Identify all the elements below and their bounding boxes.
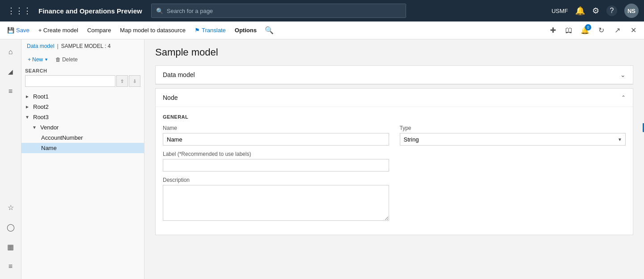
refresh-button[interactable]: ↻ [594, 23, 608, 38]
search-label: SEARCH [25, 68, 140, 73]
refresh-icon: ↻ [598, 26, 604, 34]
description-input[interactable] [163, 185, 389, 221]
help-icon[interactable]: ? [606, 5, 617, 16]
sidebar-item-table[interactable]: ▦ [2, 238, 20, 256]
compare-button[interactable]: Compare [84, 25, 114, 35]
expand-icon: ↗ [614, 26, 620, 34]
notification-icon[interactable]: 🔔 [575, 6, 585, 16]
trash-icon: 🗑 [55, 56, 61, 63]
tree-node-root1[interactable]: ► Root1 [21, 91, 144, 102]
tree-nodes: ► Root1 ► Root2 ▼ Root3 ▼ Vendor Accoun [21, 90, 144, 279]
save-icon: 💾 [7, 27, 14, 34]
chevron-down-icon: ⌄ [620, 71, 626, 78]
search-placeholder: Search for a page [167, 8, 213, 14]
data-model-accordion-header[interactable]: Data model ⌄ [156, 66, 633, 84]
tree-node-accountnumber[interactable]: AccountNumber [21, 133, 144, 143]
arrow-right-icon: ► [25, 104, 31, 109]
arrow-down-icon: ▼ [25, 115, 31, 120]
type-label: Type [400, 125, 626, 131]
page-title: Sample model [155, 47, 633, 58]
app-title: Finance and Operations Preview [38, 7, 142, 15]
avatar[interactable]: NS [624, 4, 639, 18]
node-section-header[interactable]: Node ⌃ [156, 89, 633, 107]
general-label: GENERAL [163, 114, 626, 120]
node-section-body: GENERAL Name Label (*Recommended to use … [156, 107, 633, 235]
puzzle-icon: ✚ [550, 26, 556, 34]
tree-search-row: ⇧ ⇩ [25, 75, 140, 87]
search-icon: 🔍 [265, 26, 274, 34]
plus-icon: + [28, 56, 31, 63]
notification-badge-button[interactable]: 🔔 0 [578, 23, 592, 38]
translate-button[interactable]: ⚑ Translate [191, 25, 229, 35]
name-input[interactable] [163, 133, 389, 146]
node-section: Node ⌃ GENERAL Name Label (*Recommended … [155, 88, 633, 235]
data-model-section-label: Data model [163, 71, 195, 78]
tree-node-name[interactable]: Name [21, 143, 144, 153]
search-up-button[interactable]: ⇧ [116, 75, 128, 87]
search-icon: 🔍 [156, 8, 163, 14]
content-area: Sample model Data model ⌄ Node ⌃ GENERAL [144, 39, 644, 279]
puzzle-icon-button[interactable]: ✚ [546, 23, 560, 38]
sidebar-item-clock[interactable]: ◯ [2, 218, 20, 236]
node-section-label: Node [163, 94, 178, 101]
tree-node-vendor[interactable]: ▼ Vendor [21, 122, 144, 133]
sidebar-item-list[interactable]: ≡ [2, 258, 20, 275]
label-form-group: Label (*Recommended to use labels) [163, 151, 389, 172]
name-label: Name [163, 125, 389, 131]
type-form-group: Type String Integer Real Date Boolean Co… [400, 125, 626, 146]
create-model-button[interactable]: + Create model [35, 25, 82, 35]
label-field-label: Label (*Recommended to use labels) [163, 151, 389, 157]
sidebar-item-star[interactable]: ☆ [2, 198, 20, 216]
tree-toolbar: + New ▼ 🗑 Delete [21, 53, 144, 66]
global-search[interactable]: 🔍 Search for a page [151, 4, 406, 18]
expand-button[interactable]: ↗ [610, 23, 624, 38]
data-model-accordion: Data model ⌄ [155, 65, 633, 85]
close-icon: ✕ [631, 26, 636, 34]
type-select[interactable]: String Integer Real Date Boolean Contain… [400, 133, 626, 146]
icon-sidebar: ⌂ ◢ ≡ ☆ ◯ ▦ ≡ [0, 39, 21, 279]
search-down-button[interactable]: ⇩ [129, 75, 140, 87]
description-form-group: Description [163, 177, 389, 222]
type-select-wrapper: String Integer Real Date Boolean Contain… [400, 133, 626, 146]
list-icon: ≡ [8, 262, 13, 270]
tree-node-root3[interactable]: ▼ Root3 [21, 112, 144, 122]
main-toolbar: 💾 Save + Create model Compare Map model … [0, 21, 644, 39]
company-label: USMF [551, 8, 568, 14]
search-toolbar-icon[interactable]: 🔍 [262, 23, 276, 38]
sidebar-item-home[interactable]: ⌂ [2, 43, 20, 61]
close-button[interactable]: ✕ [626, 23, 640, 38]
delete-button[interactable]: 🗑 Delete [53, 55, 80, 64]
name-form-group: Name [163, 125, 389, 146]
arrow-down-icon: ▼ [32, 125, 38, 130]
sidebar-item-filter[interactable]: ◢ [2, 63, 20, 81]
notification-badge: 0 [585, 24, 591, 30]
label-input[interactable] [163, 159, 389, 172]
form-row: Name Label (*Recommended to use labels) … [163, 125, 626, 227]
tree-node-root2[interactable]: ► Root2 [21, 102, 144, 112]
settings-icon[interactable]: ⚙ [592, 6, 599, 16]
sidebar-item-hamburger[interactable]: ≡ [2, 82, 20, 100]
tree-panel: Data model | SAMPLE MODEL : 4 + New ▼ 🗑 … [21, 39, 144, 279]
map-model-button[interactable]: Map model to datasource [116, 25, 189, 35]
breadcrumb-parent[interactable]: Data model [27, 43, 54, 49]
save-button[interactable]: 💾 Save [4, 25, 33, 35]
form-col-left: Name Label (*Recommended to use labels) … [163, 125, 389, 227]
star-icon: ☆ [8, 203, 14, 212]
clock-icon: ◯ [7, 223, 15, 232]
main-layout: ⌂ ◢ ≡ ☆ ◯ ▦ ≡ Data model | SAMPLE MODEL … [0, 39, 644, 279]
arrow-right-icon: ► [25, 94, 31, 99]
description-label: Description [163, 177, 389, 183]
breadcrumb-current: SAMPLE MODEL : 4 [61, 43, 111, 49]
home-icon: ⌂ [8, 48, 13, 56]
breadcrumb-separator: | [57, 43, 58, 49]
tree-search-input[interactable] [25, 75, 115, 87]
options-button[interactable]: Options [231, 25, 260, 35]
filter-icon: ◢ [8, 68, 13, 75]
new-chevron-down-icon: ▼ [44, 57, 48, 62]
book-icon-button[interactable]: 🕮 [562, 23, 576, 38]
form-col-right: Type String Integer Real Date Boolean Co… [400, 125, 626, 227]
new-button[interactable]: + New ▼ [25, 55, 51, 64]
grid-icon[interactable]: ⋮⋮⋮ [5, 4, 33, 17]
hamburger-icon: ≡ [8, 87, 13, 95]
chevron-up-icon: ⌃ [621, 94, 626, 101]
